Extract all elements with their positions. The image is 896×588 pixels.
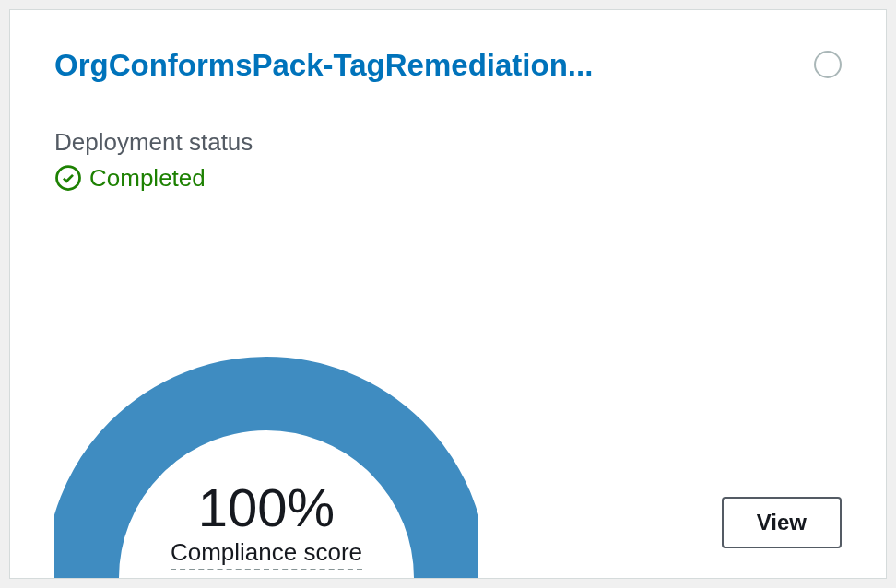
select-radio[interactable] [814,51,842,78]
gauge-value: 100% [54,481,478,535]
status-label: Deployment status [54,128,842,157]
pack-title-link[interactable]: OrgConformsPack-TagRemediation... [54,47,593,84]
compliance-gauge: 100% Compliance score [54,311,478,578]
view-button[interactable]: View [722,497,842,548]
status-value-row: Completed [54,164,842,193]
status-value: Completed [89,164,206,193]
check-circle-icon [54,164,82,192]
gauge-label: Compliance score [171,538,362,570]
card-header: OrgConformsPack-TagRemediation... [54,47,842,84]
gauge-text: 100% Compliance score [54,481,478,570]
conformance-pack-card: OrgConformsPack-TagRemediation... Deploy… [9,9,887,579]
deployment-status-section: Deployment status Completed [54,128,842,193]
